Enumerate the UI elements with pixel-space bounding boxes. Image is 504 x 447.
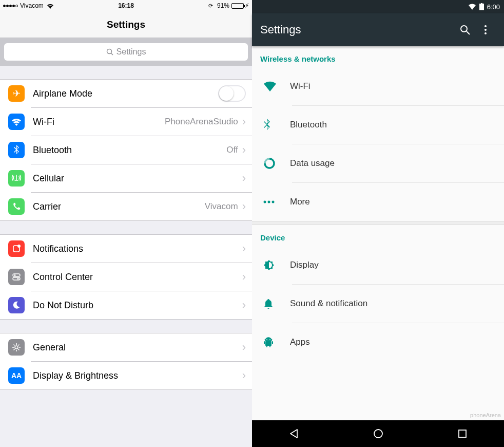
wifi-icon [47,3,54,9]
carrier-label: Vivacom [20,2,44,9]
row-value: Off [226,145,238,155]
row-apps[interactable]: Apps [252,323,504,361]
svg-point-7 [17,278,19,280]
row-label: More [290,197,496,207]
page-title: Settings [260,23,455,36]
row-label: Bluetooth [33,145,226,156]
row-wifi[interactable]: Wi-Fi PhoneArenaStudio › [0,108,252,136]
row-control-center[interactable]: Control Center › [0,263,252,291]
svg-point-19 [266,339,267,340]
svg-point-16 [264,201,266,203]
chevron-right-icon: › [242,143,246,157]
search-bar-container: Settings [0,38,252,66]
svg-point-11 [461,26,467,32]
back-button[interactable] [288,428,300,439]
bluetooth-icon [263,119,290,131]
data-usage-icon [263,157,290,170]
phone-icon [8,198,25,215]
control-center-icon [8,269,25,285]
battery-icon [231,3,244,9]
row-label: Data usage [290,158,496,169]
svg-rect-27 [459,430,466,437]
svg-point-18 [272,201,275,203]
clock-label: 6:00 [487,3,500,11]
row-more[interactable]: More [252,183,504,221]
svg-point-15 [484,32,487,34]
svg-rect-24 [266,345,267,347]
row-label: Notifications [33,244,242,254]
android-appbar: Settings [252,13,504,46]
svg-point-5 [14,274,16,276]
moon-icon [8,297,25,313]
android-status-bar: 6:00 [252,0,504,13]
row-data-usage[interactable]: Data usage [252,144,504,182]
ios-settings-group-3: General › AA Display & Brightness › [0,333,252,390]
svg-rect-9 [479,4,484,10]
row-value: PhoneArenaStudio [165,117,238,127]
row-label: Display & Brightness [33,370,242,381]
text-size-icon: AA [8,367,25,384]
ios-status-bar: Vivacom 16:18 ⟳ 91% ⚡︎ [0,0,252,11]
row-label: Airplane Mode [33,88,218,99]
row-carrier[interactable]: Carrier Vivacom › [0,193,252,220]
svg-point-8 [15,346,18,349]
charging-icon: ⚡︎ [245,2,249,9]
search-button[interactable] [455,24,475,35]
airplane-icon: ✈︎ [8,85,25,102]
row-label: General [33,342,242,353]
overflow-menu-button[interactable] [475,25,496,34]
search-icon [106,48,113,55]
svg-rect-10 [481,3,482,4]
wifi-icon [8,114,25,130]
svg-point-0 [107,49,111,54]
svg-point-13 [484,25,487,27]
search-placeholder: Settings [117,47,146,57]
row-cellular[interactable]: Cellular › [0,164,252,192]
search-input[interactable]: Settings [4,43,248,61]
row-display[interactable]: Display [252,246,504,284]
svg-line-1 [111,53,113,55]
chevron-right-icon: › [242,115,246,128]
row-airplane-mode[interactable]: ✈︎ Airplane Mode [0,80,252,107]
section-header-device: Device [252,225,504,246]
row-sound-notification[interactable]: Sound & notification [252,285,504,323]
more-icon [263,200,290,203]
clock-label: 16:18 [118,2,134,9]
row-bluetooth[interactable]: Bluetooth Off › [0,136,252,164]
row-value: Vivacom [205,201,238,212]
chevron-right-icon: › [242,270,246,284]
brightness-icon [263,259,290,271]
row-wifi[interactable]: Wi-Fi [252,67,504,105]
bluetooth-icon [8,142,25,158]
page-title: Settings [107,19,145,30]
recents-button[interactable] [457,429,468,439]
row-do-not-disturb[interactable]: Do Not Disturb › [0,291,252,319]
notifications-icon [8,240,25,257]
cellular-icon [8,170,25,187]
android-nav-bar [252,420,504,447]
chevron-right-icon: › [242,299,246,312]
android-icon [263,337,290,348]
section-header-wireless: Wireless & networks [252,46,504,67]
row-notifications[interactable]: Notifications › [0,235,252,263]
row-bluetooth[interactable]: Bluetooth [252,106,504,144]
svg-rect-6 [13,277,20,280]
svg-rect-4 [13,274,20,276]
gear-icon [8,339,25,356]
row-label: Sound & notification [290,299,496,309]
battery-percent: 91% [217,2,229,9]
airplane-toggle[interactable] [218,85,246,102]
row-general[interactable]: General › [0,333,252,361]
row-display-brightness[interactable]: AA Display & Brightness › [0,362,252,389]
row-label: Wi-Fi [290,81,496,91]
ios-settings-group-2: Notifications › Control Center › Do Not … [0,234,252,320]
row-label: Carrier [33,201,205,212]
home-button[interactable] [373,428,384,439]
ios-navbar: Settings [0,11,252,38]
ios-settings-group-1: ✈︎ Airplane Mode Wi-Fi PhoneArenaStudio … [0,79,252,221]
signal-dots-icon [3,5,18,7]
svg-rect-23 [272,341,273,344]
watermark: phoneArena [470,412,501,418]
battery-icon [479,3,484,10]
row-label: Wi-Fi [33,117,165,127]
